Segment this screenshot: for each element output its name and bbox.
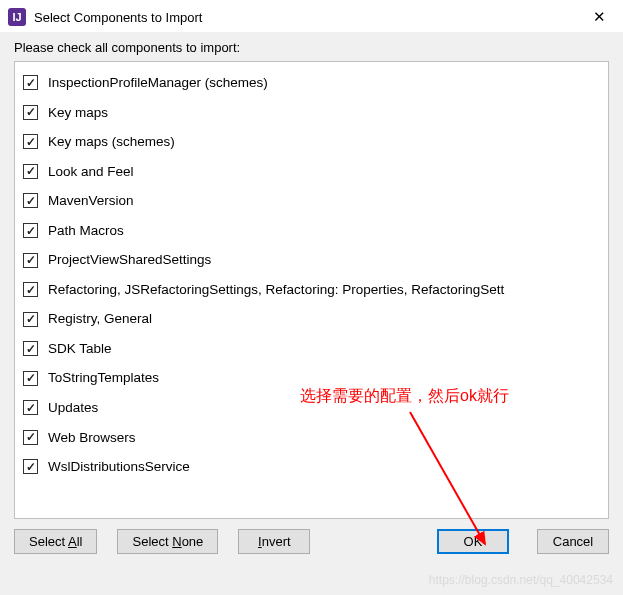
checkbox[interactable] (23, 134, 38, 149)
close-button[interactable]: ✕ (583, 8, 615, 26)
checkbox[interactable] (23, 282, 38, 297)
checkbox[interactable] (23, 341, 38, 356)
instruction-text: Please check all components to import: (14, 40, 609, 55)
components-list: InspectionProfileManager (schemes)Key ma… (14, 61, 609, 519)
titlebar: IJ Select Components to Import ✕ (0, 0, 623, 32)
list-item[interactable]: Refactoring, JSRefactoringSettings, Refa… (15, 275, 608, 305)
item-label: Registry, General (48, 310, 152, 328)
checkbox[interactable] (23, 312, 38, 327)
dialog-content: Please check all components to import: I… (0, 32, 623, 519)
checkbox[interactable] (23, 400, 38, 415)
checkbox[interactable] (23, 193, 38, 208)
checkbox[interactable] (23, 253, 38, 268)
item-label: Key maps (schemes) (48, 133, 175, 151)
checkbox[interactable] (23, 223, 38, 238)
checkbox[interactable] (23, 105, 38, 120)
checkbox[interactable] (23, 430, 38, 445)
invert-button[interactable]: Invert (238, 529, 310, 554)
item-label: WslDistributionsService (48, 458, 190, 476)
list-item[interactable]: WslDistributionsService (15, 452, 608, 482)
list-item[interactable]: MavenVersion (15, 186, 608, 216)
item-label: Path Macros (48, 222, 124, 240)
select-none-button[interactable]: Select None (117, 529, 218, 554)
list-item[interactable]: Path Macros (15, 216, 608, 246)
button-row: Select All Select None Invert OK Cancel (0, 519, 623, 564)
item-label: Key maps (48, 104, 108, 122)
cancel-button[interactable]: Cancel (537, 529, 609, 554)
item-label: MavenVersion (48, 192, 134, 210)
list-item[interactable]: Web Browsers (15, 423, 608, 453)
watermark: https://blog.csdn.net/qq_40042534 (429, 573, 613, 587)
item-label: Web Browsers (48, 429, 136, 447)
list-item[interactable]: Look and Feel (15, 157, 608, 187)
item-label: Look and Feel (48, 163, 134, 181)
list-item[interactable]: Key maps (15, 98, 608, 128)
item-label: ProjectViewSharedSettings (48, 251, 211, 269)
list-item[interactable]: ToStringTemplates (15, 363, 608, 393)
list-item[interactable]: ProjectViewSharedSettings (15, 245, 608, 275)
checkbox[interactable] (23, 164, 38, 179)
item-label: SDK Table (48, 340, 112, 358)
checkbox[interactable] (23, 75, 38, 90)
item-label: Refactoring, JSRefactoringSettings, Refa… (48, 281, 504, 299)
app-icon: IJ (8, 8, 26, 26)
window-title: Select Components to Import (34, 10, 583, 25)
item-label: Updates (48, 399, 98, 417)
select-all-button[interactable]: Select All (14, 529, 97, 554)
list-item[interactable]: Key maps (schemes) (15, 127, 608, 157)
ok-button[interactable]: OK (437, 529, 509, 554)
checkbox[interactable] (23, 459, 38, 474)
list-item[interactable]: InspectionProfileManager (schemes) (15, 68, 608, 98)
list-item[interactable]: Updates (15, 393, 608, 423)
list-item[interactable]: Registry, General (15, 304, 608, 334)
list-item[interactable]: SDK Table (15, 334, 608, 364)
item-label: InspectionProfileManager (schemes) (48, 74, 268, 92)
checkbox[interactable] (23, 371, 38, 386)
item-label: ToStringTemplates (48, 369, 159, 387)
